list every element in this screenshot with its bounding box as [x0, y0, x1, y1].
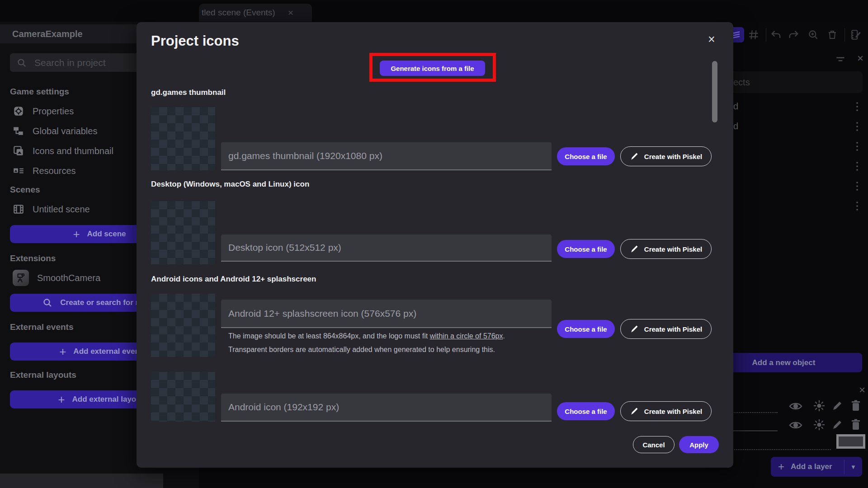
button-divider	[844, 460, 844, 474]
layer-effects-button[interactable]	[813, 418, 826, 431]
section-heading-android: Android icons and Android 12+ splashscre…	[151, 275, 316, 284]
kebab-icon	[855, 181, 859, 192]
search-objects-input[interactable]: ects	[720, 71, 863, 93]
layer-delete-button[interactable]	[850, 399, 862, 412]
annotation-highlight-box	[369, 53, 496, 82]
create-with-piskel-button[interactable]: Create with Piskel	[620, 146, 712, 166]
android-icon-input[interactable]	[221, 394, 552, 422]
cancel-button[interactable]: Cancel	[633, 436, 675, 453]
effect-icon	[813, 399, 826, 412]
sidebar-bottom-strip	[0, 474, 163, 488]
plus-icon: +	[73, 227, 80, 241]
object-row-menu-button[interactable]	[855, 121, 859, 132]
close-icon: ×	[857, 53, 863, 64]
section-extensions: Extensions	[10, 253, 56, 263]
eye-icon	[788, 419, 803, 431]
dialog-close-button[interactable]: ×	[703, 31, 720, 47]
film-icon	[13, 203, 24, 215]
object-row-menu-button[interactable]	[855, 161, 859, 172]
plus-icon: +	[59, 345, 66, 359]
object-row-label[interactable]: d	[733, 121, 738, 131]
filter-icon	[835, 53, 846, 65]
trash-icon	[850, 418, 862, 431]
thumbnail-preview-desktop	[151, 201, 215, 264]
android-splashscreen-input[interactable]	[221, 300, 552, 328]
create-with-piskel-button[interactable]: Create with Piskel	[620, 401, 712, 421]
layer-visibility-button[interactable]	[788, 400, 803, 412]
tab-scene-events[interactable]: tled scene (Events) ×	[199, 4, 312, 22]
trash-icon	[850, 399, 862, 412]
object-row-menu-button[interactable]	[855, 141, 859, 152]
tab-close-icon[interactable]: ×	[288, 7, 293, 18]
kebab-icon	[855, 141, 859, 152]
gdgames-thumbnail-input[interactable]	[221, 142, 552, 170]
grid-tool-button[interactable]	[747, 28, 760, 42]
zoom-in-icon	[807, 29, 819, 41]
layer-effects-button[interactable]	[813, 399, 826, 412]
undo-icon	[770, 28, 783, 41]
dialog-scrollbar-thumb[interactable]	[712, 61, 717, 122]
gear-icon	[13, 105, 24, 117]
create-with-piskel-button[interactable]: Create with Piskel	[620, 319, 712, 339]
redo-button[interactable]	[787, 28, 800, 42]
layer-edit-button[interactable]	[831, 418, 844, 431]
eye-icon	[788, 400, 803, 412]
section-external-events: External events	[10, 322, 73, 332]
plus-icon: +	[58, 393, 65, 407]
dialog-title: Project icons	[151, 33, 239, 49]
delete-tool-button[interactable]	[826, 28, 839, 42]
section-external-layouts: External layouts	[10, 370, 76, 380]
desktop-icon-input[interactable]	[221, 235, 552, 262]
thumbnail-preview-gdgames	[151, 107, 215, 170]
redo-icon	[787, 28, 800, 41]
resources-icon	[13, 165, 24, 177]
add-a-layer-button[interactable]: + Add a layer ▼	[771, 457, 862, 477]
kebab-icon	[855, 201, 859, 211]
objects-panel-close-button[interactable]: ×	[854, 52, 867, 65]
kebab-icon	[855, 121, 859, 132]
layers-panel-close-button[interactable]: ×	[855, 383, 868, 397]
undo-button[interactable]	[769, 28, 783, 42]
apply-button[interactable]: Apply	[679, 436, 719, 453]
tab-label: tled scene (Events)	[202, 8, 275, 18]
layer-visibility-button[interactable]	[788, 419, 803, 431]
splashscreen-help-line1: The image should be at least 864x864px, …	[228, 332, 505, 340]
pencil-icon	[630, 152, 639, 161]
choose-file-button[interactable]: Choose a file	[557, 240, 615, 258]
effect-icon	[813, 418, 826, 431]
thumbnail-preview-android	[151, 372, 215, 422]
object-row-menu-button[interactable]	[855, 201, 859, 211]
project-icons-dialog: Project icons × Generate icons from a fi…	[137, 22, 733, 468]
caret-down-icon[interactable]: ▼	[850, 464, 856, 470]
search-icon	[16, 57, 27, 68]
pencil-icon	[630, 324, 639, 333]
pencil-icon	[630, 244, 639, 253]
zoom-tool-button[interactable]	[807, 28, 820, 42]
edit-scene-properties-button[interactable]	[849, 28, 863, 42]
choose-file-button[interactable]: Choose a file	[557, 402, 615, 420]
layer-value-field[interactable]	[836, 434, 865, 449]
grid-icon	[748, 29, 760, 41]
thumbnail-preview-splashscreen	[151, 294, 215, 357]
trash-icon	[827, 29, 838, 40]
object-row-label[interactable]: d	[733, 101, 738, 112]
pencil-icon	[831, 418, 844, 431]
section-scenes: Scenes	[10, 185, 40, 195]
close-icon: ×	[708, 33, 715, 47]
section-heading-gdgames: gd.games thumbnail	[151, 88, 226, 97]
section-heading-desktop: Desktop (Windows, macOS and Linux) icon	[151, 180, 309, 189]
layer-delete-button[interactable]	[850, 418, 862, 431]
choose-file-button[interactable]: Choose a file	[557, 147, 615, 165]
notebook-edit-icon	[850, 29, 862, 41]
object-row-menu-button[interactable]	[855, 101, 859, 112]
create-with-piskel-button[interactable]: Create with Piskel	[620, 239, 712, 259]
choose-file-button[interactable]: Choose a file	[557, 320, 615, 338]
object-row-menu-button[interactable]	[855, 181, 859, 192]
layer-edit-button[interactable]	[831, 399, 844, 412]
circle-link[interactable]: within a circle of 576px	[430, 332, 503, 340]
filter-objects-button[interactable]	[834, 52, 847, 66]
top-bar: tled scene (Events) ×	[0, 0, 868, 22]
section-game-settings: Game settings	[10, 87, 69, 97]
pencil-icon	[831, 399, 844, 412]
toolbar-divider	[844, 28, 845, 42]
